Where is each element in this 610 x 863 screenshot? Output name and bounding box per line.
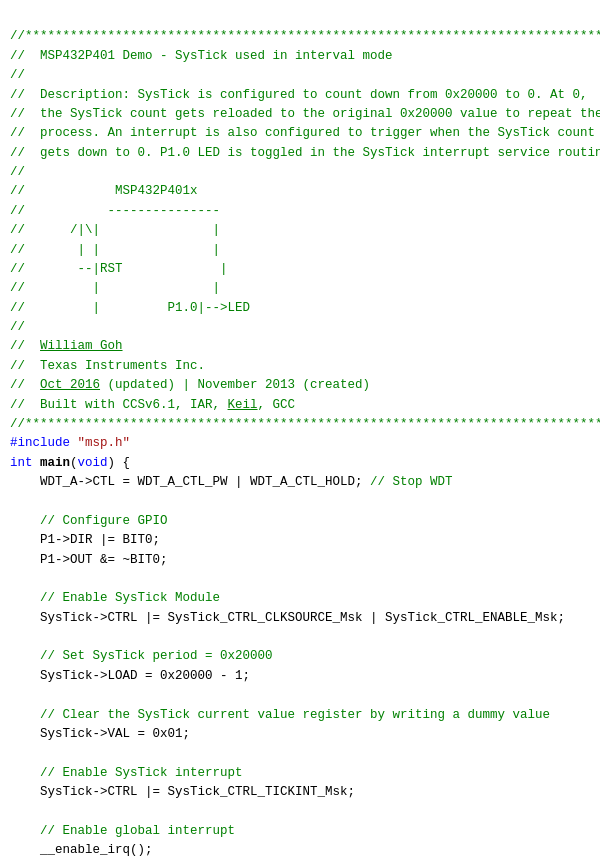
line-31: SysTick->CTRL |= SysTick_CTRL_CLKSOURCE_…	[10, 611, 565, 625]
line-37: SysTick->VAL = 0x01;	[10, 727, 190, 741]
line-23: int main(void) {	[10, 456, 130, 470]
line-34: SysTick->LOAD = 0x20000 - 1;	[10, 669, 250, 683]
line-14: // | |	[10, 281, 220, 295]
line-4: // Description: SysTick is configured to…	[10, 88, 588, 102]
line-6: // process. An interrupt is also configu…	[10, 126, 595, 140]
line-13: // --|RST |	[10, 262, 228, 276]
line-24: WDT_A->CTL = WDT_A_CTL_PW | WDT_A_CTL_HO…	[10, 475, 453, 489]
line-32: // Set SysTick period = 0x20000	[10, 649, 273, 663]
line-40: SysTick->CTRL |= SysTick_CTRL_TICKINT_Ms…	[10, 785, 355, 799]
keil-link[interactable]: Keil	[228, 398, 258, 412]
line-17-pre: //	[10, 339, 40, 353]
william-goh-link[interactable]: William Goh	[40, 339, 123, 353]
line-20-post: , GCC	[258, 398, 296, 412]
line-8: //	[10, 165, 25, 179]
line-38: // Enable SysTick interrupt	[10, 766, 243, 780]
oct-2016-link[interactable]: Oct 2016	[40, 378, 100, 392]
line-19-mid: (updated) | November 2013 (created)	[100, 378, 370, 392]
line-22: #include "msp.h"	[10, 436, 130, 450]
line-27: P1->DIR |= BIT0;	[10, 533, 160, 547]
line-2: // MSP432P401 Demo - SysTick used in int…	[10, 49, 393, 63]
code-editor: //**************************************…	[10, 8, 600, 863]
line-7: // gets down to 0. P1.0 LED is toggled i…	[10, 146, 600, 160]
line-12: // | | |	[10, 243, 220, 257]
line-19-pre: //	[10, 378, 40, 392]
line-41: // Enable global interrupt	[10, 824, 235, 838]
line-3: //	[10, 68, 25, 82]
line-29: // Enable SysTick Module	[10, 591, 220, 605]
line-20-pre: // Built with CCSv6.1, IAR,	[10, 398, 228, 412]
line-28: P1->OUT &= ~BIT0;	[10, 553, 168, 567]
line-10: // ---------------	[10, 204, 220, 218]
line-21: //**************************************…	[10, 417, 600, 431]
line-15: // | P1.0|-->LED	[10, 301, 250, 315]
line-16: //	[10, 320, 25, 334]
line-5: // the SysTick count gets reloaded to th…	[10, 107, 600, 121]
line-9: // MSP432P401x	[10, 184, 198, 198]
line-1: //**************************************…	[10, 29, 600, 43]
line-18: // Texas Instruments Inc.	[10, 359, 205, 373]
line-35: // Clear the SysTick current value regis…	[10, 708, 550, 722]
line-11: // /|\| |	[10, 223, 220, 237]
line-43: __enable_irq();	[10, 843, 153, 857]
line-25: // Configure GPIO	[10, 514, 168, 528]
